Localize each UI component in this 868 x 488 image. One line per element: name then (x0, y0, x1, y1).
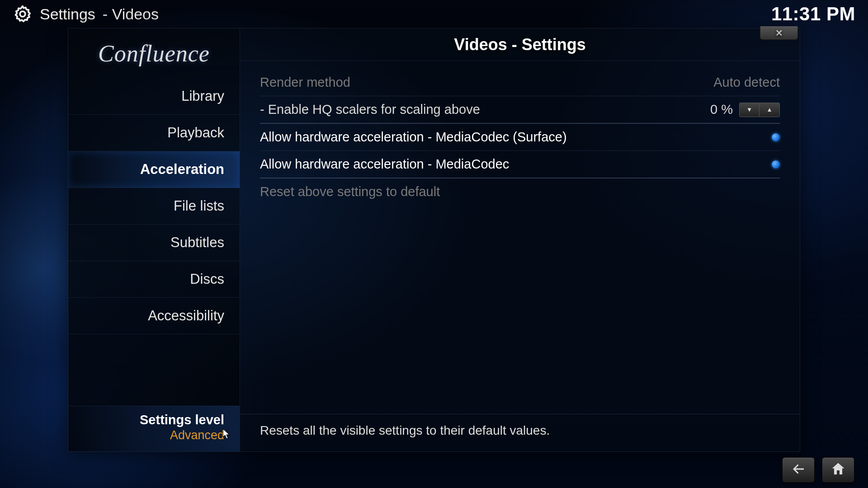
gear-icon (13, 4, 33, 24)
setting-value: Auto detect (713, 75, 780, 90)
chevron-up-icon: ▲ (766, 106, 772, 113)
settings-level-toggle[interactable]: Settings level Advanced (68, 406, 240, 451)
setting-hw-accel-mediacodec[interactable]: Allow hardware acceleration - MediaCodec (260, 151, 780, 178)
setting-label: Reset above settings to default (260, 184, 440, 199)
sidebar-item-discs[interactable]: Discs (68, 261, 240, 298)
setting-label: Render method (260, 75, 350, 90)
top-bar: Settings - Videos 11:31 PM (0, 0, 868, 28)
radio-on-icon (772, 133, 780, 141)
arrow-left-icon (790, 461, 807, 479)
setting-value: 0 % (710, 102, 733, 117)
description-text: Resets all the visible settings to their… (260, 423, 550, 437)
breadcrumb-sub: - Videos (103, 5, 159, 23)
sidebar-item-subtitles[interactable]: Subtitles (68, 225, 240, 261)
spinner-down-button[interactable]: ▼ (740, 103, 760, 117)
setting-reset-defaults[interactable]: Reset above settings to default (260, 178, 780, 205)
home-icon (830, 461, 846, 479)
sidebar-item-acceleration[interactable]: Acceleration (68, 151, 240, 188)
settings-panel: Confluence Library Playback Acceleration… (68, 28, 800, 452)
settings-level-value: Advanced (84, 428, 224, 442)
spinner-up-button[interactable]: ▲ (760, 103, 779, 117)
sidebar-nav: Library Playback Acceleration File lists… (68, 78, 240, 406)
sidebar-item-library[interactable]: Library (68, 78, 240, 115)
setting-label: - Enable HQ scalers for scaling above (260, 102, 480, 117)
sidebar-item-file-lists[interactable]: File lists (68, 188, 240, 225)
setting-hw-accel-surface[interactable]: Allow hardware acceleration - MediaCodec… (260, 124, 780, 151)
bottom-nav (782, 457, 854, 483)
sidebar-item-accessibility[interactable]: Accessibility (68, 298, 240, 334)
logo: Confluence (68, 28, 240, 78)
setting-hq-scalers[interactable]: - Enable HQ scalers for scaling above 0 … (260, 96, 780, 124)
sidebar-item-playback[interactable]: Playback (68, 115, 240, 151)
chevron-down-icon: ▼ (746, 106, 752, 113)
description-bar: Resets all the visible settings to their… (240, 414, 800, 451)
sidebar: Confluence Library Playback Acceleration… (68, 28, 240, 451)
radio-on-icon (772, 160, 780, 169)
setting-label: Allow hardware acceleration - MediaCodec (260, 157, 509, 172)
close-icon: ✕ (775, 28, 783, 38)
svg-point-0 (20, 11, 25, 17)
breadcrumb-main: Settings (40, 5, 95, 23)
content-area: Videos - Settings ✕ Render method Auto d… (240, 28, 800, 451)
clock: 11:31 PM (771, 3, 855, 25)
setting-label: Allow hardware acceleration - MediaCodec… (260, 130, 567, 145)
settings-level-title: Settings level (84, 413, 224, 427)
content-header: Videos - Settings ✕ (240, 28, 800, 61)
setting-render-method[interactable]: Render method Auto detect (260, 69, 780, 96)
content-title: Videos - Settings (454, 35, 585, 54)
home-button[interactable] (822, 457, 854, 483)
settings-list: Render method Auto detect - Enable HQ sc… (240, 61, 800, 414)
close-button[interactable]: ✕ (760, 26, 798, 40)
value-spinner: ▼ ▲ (739, 103, 780, 117)
back-button[interactable] (782, 457, 815, 483)
